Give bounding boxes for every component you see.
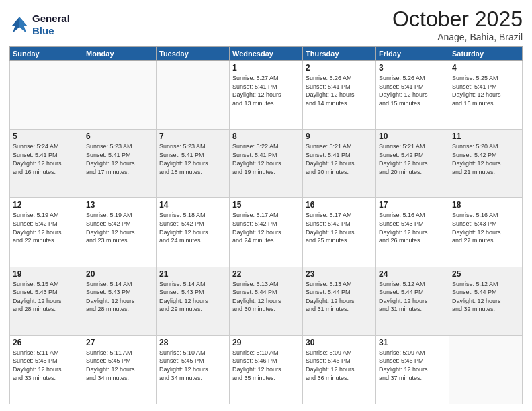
table-cell: 4Sunrise: 5:25 AM Sunset: 5:41 PM Daylig…: [449, 61, 523, 130]
day-info: Sunrise: 5:17 AM Sunset: 5:42 PM Dayligh…: [232, 211, 300, 244]
col-thursday: Thursday: [303, 47, 376, 61]
day-number: 28: [159, 338, 226, 347]
table-cell: 16Sunrise: 5:17 AM Sunset: 5:42 PM Dayli…: [303, 198, 376, 267]
week-row-5: 26Sunrise: 5:11 AM Sunset: 5:45 PM Dayli…: [10, 335, 523, 404]
table-cell: 9Sunrise: 5:21 AM Sunset: 5:41 PM Daylig…: [303, 130, 376, 198]
weekday-header-row: Sunday Monday Tuesday Wednesday Thursday…: [10, 47, 523, 61]
week-row-4: 19Sunrise: 5:15 AM Sunset: 5:43 PM Dayli…: [10, 267, 523, 335]
day-info: Sunrise: 5:09 AM Sunset: 5:46 PM Dayligh…: [379, 349, 446, 382]
day-info: Sunrise: 5:21 AM Sunset: 5:41 PM Dayligh…: [306, 142, 373, 176]
col-tuesday: Tuesday: [157, 47, 230, 61]
col-saturday: Saturday: [449, 47, 523, 61]
table-cell: 2Sunrise: 5:26 AM Sunset: 5:41 PM Daylig…: [303, 61, 376, 130]
table-cell: 5Sunrise: 5:24 AM Sunset: 5:41 PM Daylig…: [10, 130, 83, 198]
day-info: Sunrise: 5:15 AM Sunset: 5:43 PM Dayligh…: [13, 280, 80, 314]
table-cell: 23Sunrise: 5:13 AM Sunset: 5:44 PM Dayli…: [303, 267, 376, 335]
day-info: Sunrise: 5:21 AM Sunset: 5:42 PM Dayligh…: [379, 142, 446, 176]
col-monday: Monday: [83, 47, 157, 61]
day-info: Sunrise: 5:18 AM Sunset: 5:42 PM Dayligh…: [159, 211, 226, 244]
day-number: 22: [232, 269, 300, 279]
day-info: Sunrise: 5:22 AM Sunset: 5:41 PM Dayligh…: [232, 142, 300, 176]
svg-marker-1: [19, 17, 28, 32]
day-number: 23: [306, 269, 373, 279]
day-info: Sunrise: 5:26 AM Sunset: 5:41 PM Dayligh…: [306, 74, 373, 107]
day-info: Sunrise: 5:16 AM Sunset: 5:43 PM Dayligh…: [452, 211, 519, 244]
day-info: Sunrise: 5:20 AM Sunset: 5:42 PM Dayligh…: [452, 142, 519, 176]
day-number: 4: [452, 63, 519, 73]
table-cell: 30Sunrise: 5:09 AM Sunset: 5:46 PM Dayli…: [303, 335, 376, 404]
col-sunday: Sunday: [10, 47, 83, 61]
day-number: 8: [232, 132, 300, 141]
day-info: Sunrise: 5:11 AM Sunset: 5:45 PM Dayligh…: [13, 349, 80, 382]
table-cell: 3Sunrise: 5:26 AM Sunset: 5:41 PM Daylig…: [376, 61, 449, 130]
day-number: 13: [86, 200, 153, 210]
day-info: Sunrise: 5:14 AM Sunset: 5:43 PM Dayligh…: [86, 280, 153, 314]
day-info: Sunrise: 5:19 AM Sunset: 5:42 PM Dayligh…: [86, 211, 153, 244]
day-number: 19: [13, 269, 80, 279]
day-number: 14: [159, 200, 226, 210]
day-number: 21: [159, 269, 226, 279]
day-info: Sunrise: 5:23 AM Sunset: 5:41 PM Dayligh…: [86, 142, 153, 176]
day-number: 10: [379, 132, 446, 141]
day-info: Sunrise: 5:23 AM Sunset: 5:41 PM Dayligh…: [159, 142, 226, 176]
day-info: Sunrise: 5:17 AM Sunset: 5:42 PM Dayligh…: [306, 211, 373, 244]
day-number: 27: [86, 338, 153, 347]
day-number: 18: [452, 200, 519, 210]
table-cell: 14Sunrise: 5:18 AM Sunset: 5:42 PM Dayli…: [157, 198, 230, 267]
day-number: 17: [379, 200, 446, 210]
day-info: Sunrise: 5:13 AM Sunset: 5:44 PM Dayligh…: [306, 280, 373, 314]
table-cell: 22Sunrise: 5:13 AM Sunset: 5:44 PM Dayli…: [230, 267, 303, 335]
title-block: October 2025 Anage, Bahia, Brazil: [392, 7, 523, 42]
table-cell: 1Sunrise: 5:27 AM Sunset: 5:41 PM Daylig…: [230, 61, 303, 130]
day-info: Sunrise: 5:10 AM Sunset: 5:46 PM Dayligh…: [232, 349, 300, 382]
day-number: 26: [13, 338, 80, 347]
week-row-3: 12Sunrise: 5:19 AM Sunset: 5:42 PM Dayli…: [10, 198, 523, 267]
table-cell: 13Sunrise: 5:19 AM Sunset: 5:42 PM Dayli…: [83, 198, 157, 267]
table-cell: 27Sunrise: 5:11 AM Sunset: 5:45 PM Dayli…: [83, 335, 157, 404]
day-number: 1: [232, 63, 300, 73]
table-cell: 28Sunrise: 5:10 AM Sunset: 5:45 PM Dayli…: [157, 335, 230, 404]
table-cell: 19Sunrise: 5:15 AM Sunset: 5:43 PM Dayli…: [10, 267, 83, 335]
table-cell: 15Sunrise: 5:17 AM Sunset: 5:42 PM Dayli…: [230, 198, 303, 267]
table-cell: 21Sunrise: 5:14 AM Sunset: 5:43 PM Dayli…: [157, 267, 230, 335]
day-number: 15: [232, 200, 300, 210]
month-title: October 2025: [392, 7, 523, 32]
day-info: Sunrise: 5:14 AM Sunset: 5:43 PM Dayligh…: [159, 280, 226, 314]
table-cell: 29Sunrise: 5:10 AM Sunset: 5:46 PM Dayli…: [230, 335, 303, 404]
table-cell: 6Sunrise: 5:23 AM Sunset: 5:41 PM Daylig…: [83, 130, 157, 198]
logo: General Blue: [9, 13, 70, 37]
day-number: 9: [306, 132, 373, 141]
day-info: Sunrise: 5:11 AM Sunset: 5:45 PM Dayligh…: [86, 349, 153, 382]
day-number: 16: [306, 200, 373, 210]
day-info: Sunrise: 5:16 AM Sunset: 5:43 PM Dayligh…: [379, 211, 446, 244]
table-cell: [10, 61, 83, 130]
day-number: 31: [379, 338, 446, 347]
day-number: 2: [306, 63, 373, 73]
day-info: Sunrise: 5:26 AM Sunset: 5:41 PM Dayligh…: [379, 74, 446, 107]
table-cell: 7Sunrise: 5:23 AM Sunset: 5:41 PM Daylig…: [157, 130, 230, 198]
day-info: Sunrise: 5:12 AM Sunset: 5:44 PM Dayligh…: [452, 280, 519, 314]
day-number: 12: [13, 200, 80, 210]
table-cell: [157, 61, 230, 130]
table-cell: 11Sunrise: 5:20 AM Sunset: 5:42 PM Dayli…: [449, 130, 523, 198]
table-cell: [83, 61, 157, 130]
location-title: Anage, Bahia, Brazil: [392, 32, 523, 42]
day-number: 3: [379, 63, 446, 73]
day-number: 7: [159, 132, 226, 141]
calendar-table: Sunday Monday Tuesday Wednesday Thursday…: [9, 46, 523, 404]
day-info: Sunrise: 5:19 AM Sunset: 5:42 PM Dayligh…: [13, 211, 80, 244]
day-number: 25: [452, 269, 519, 279]
table-cell: 10Sunrise: 5:21 AM Sunset: 5:42 PM Dayli…: [376, 130, 449, 198]
day-info: Sunrise: 5:24 AM Sunset: 5:41 PM Dayligh…: [13, 142, 80, 176]
day-info: Sunrise: 5:25 AM Sunset: 5:41 PM Dayligh…: [452, 74, 519, 107]
calendar-page: General Blue October 2025 Anage, Bahia, …: [0, 0, 532, 411]
day-number: 20: [86, 269, 153, 279]
day-info: Sunrise: 5:13 AM Sunset: 5:44 PM Dayligh…: [232, 280, 300, 314]
table-cell: 17Sunrise: 5:16 AM Sunset: 5:43 PM Dayli…: [376, 198, 449, 267]
table-cell: 8Sunrise: 5:22 AM Sunset: 5:41 PM Daylig…: [230, 130, 303, 198]
day-number: 5: [13, 132, 80, 141]
col-friday: Friday: [376, 47, 449, 61]
day-number: 24: [379, 269, 446, 279]
week-row-2: 5Sunrise: 5:24 AM Sunset: 5:41 PM Daylig…: [10, 130, 523, 198]
col-wednesday: Wednesday: [230, 47, 303, 61]
